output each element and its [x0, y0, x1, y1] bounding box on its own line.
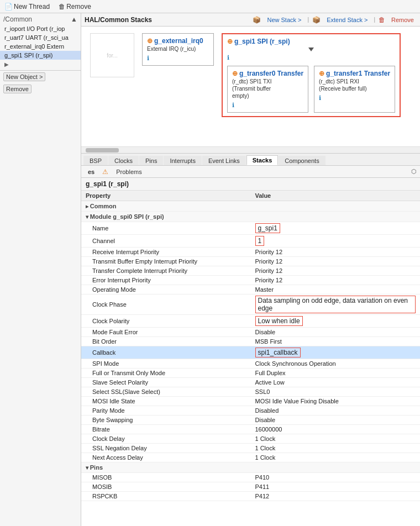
stack-node-ext-irq[interactable]: ⊕ g_external_irq0 External IRQ (r_icu) ℹ	[142, 33, 214, 66]
tab-stacks[interactable]: Stacks	[246, 155, 278, 165]
table-row[interactable]: Mode Fault ErrorDisable	[81, 328, 420, 337]
property-label: Byte Swapping	[81, 415, 251, 425]
new-object-button[interactable]: New Object >	[3, 72, 45, 81]
remove-stack-button[interactable]: Remove	[389, 16, 417, 24]
new-thread-button[interactable]: 📄 New Thread	[2, 2, 52, 11]
property-value[interactable]: Master	[251, 285, 421, 294]
property-value[interactable]: 1 Clock	[251, 434, 421, 444]
property-panel: Property Value CommonModule g_spi0 SPI (…	[81, 191, 420, 526]
table-row[interactable]: MOSI Idle StateMOSI Idle Value Fixing Di…	[81, 397, 420, 406]
console-tab-es[interactable]: es	[85, 168, 98, 176]
property-value[interactable]: Disable	[251, 328, 421, 337]
stack-node-spi1[interactable]: ⊕ g_spi1 SPI (r_spi) ℹ	[222, 33, 401, 117]
remove-stack-icon: 🗑	[379, 16, 385, 24]
property-label: Operating Mode	[81, 285, 251, 294]
property-value[interactable]: Data sampling on odd edge, data variatio…	[251, 294, 421, 315]
transfer1-info-icon[interactable]: ℹ	[319, 94, 321, 101]
transfer0-sub3: empty)	[232, 93, 303, 99]
property-value[interactable]: MSB First	[251, 337, 421, 346]
property-value[interactable]: g_spi1	[251, 222, 421, 235]
property-value[interactable]: Priority 12	[251, 276, 421, 285]
property-value[interactable]: P412	[251, 492, 421, 501]
table-row[interactable]: Transfer Complete Interrupt PriorityPrio…	[81, 266, 420, 276]
table-row[interactable]: Nameg_spi1	[81, 222, 420, 235]
bottom-panel: es ⚠ Problems ⬡ g_spi1 (r_spi) Property …	[81, 166, 420, 526]
remove-thread-button[interactable]: 🗑 Remove	[56, 2, 93, 11]
stack-node-transfer1[interactable]: ⊕ g_transfer1 Transfer (r_dtc) SPI1 RXI …	[314, 66, 395, 113]
table-row[interactable]: Next Access Delay1 Clock	[81, 453, 420, 462]
table-row[interactable]: Byte SwappingDisable	[81, 415, 420, 425]
highlighted-value: Data sampling on odd edge, data variatio…	[255, 296, 416, 313]
table-row[interactable]: Callbackspi1_callback	[81, 346, 420, 359]
property-value[interactable]: P411	[251, 482, 421, 492]
property-value[interactable]: P410	[251, 473, 421, 482]
property-value[interactable]: Clock Synchronous Operation	[251, 359, 421, 369]
table-row[interactable]: Channel1	[81, 235, 420, 248]
highlighted-value: Low when idle	[255, 316, 303, 326]
tab-event-links[interactable]: Event Links	[202, 156, 246, 165]
property-value[interactable]: MOSI Idle Value Fixing Disable	[251, 397, 421, 406]
property-label: Error Interrupt Priority	[81, 276, 251, 285]
property-value[interactable]: Full Duplex	[251, 369, 421, 378]
property-value[interactable]: Disable	[251, 415, 421, 425]
table-row[interactable]: Transmit Buffer Empty Interrupt Priority…	[81, 257, 420, 266]
tab-interrupts[interactable]: Interrupts	[164, 156, 201, 165]
property-label: Clock Delay	[81, 434, 251, 444]
property-value[interactable]: 16000000	[251, 425, 421, 434]
table-row[interactable]: Bit OrderMSB First	[81, 337, 420, 346]
property-value[interactable]: Priority 12	[251, 248, 421, 257]
sidebar-scroll-right[interactable]: ▶	[2, 61, 11, 68]
spi1-info-icon[interactable]: ℹ	[227, 54, 229, 61]
tabs-bar: BSP Clocks Pins Interrupts Event Links S…	[81, 154, 420, 166]
table-row[interactable]: Select SSL(Slave Select)SSL0	[81, 387, 420, 397]
property-value[interactable]: Priority 12	[251, 257, 421, 266]
property-value[interactable]: Priority 12	[251, 266, 421, 276]
property-value[interactable]: Active Low	[251, 378, 421, 387]
sidebar-item[interactable]: r_uart7 UART (r_sci_ua	[0, 33, 81, 42]
table-row[interactable]: MISOBP410	[81, 473, 420, 482]
table-row[interactable]: Clock Delay1 Clock	[81, 434, 420, 444]
table-row[interactable]: Full or Transmit Only ModeFull Duplex	[81, 369, 420, 378]
stack-node-transfer0[interactable]: ⊕ g_transfer0 Transfer (r_dtc) SPI1 TXI …	[227, 66, 308, 113]
table-row[interactable]: Parity ModeDisabled	[81, 406, 420, 415]
table-row[interactable]: SSL Negation Delay1 Clock	[81, 444, 420, 453]
extend-stack-button[interactable]: Extend Stack >	[324, 16, 370, 24]
col-property-header: Property	[81, 191, 251, 201]
table-row[interactable]: Bitrate16000000	[81, 425, 420, 434]
property-value[interactable]: 1 Clock	[251, 444, 421, 453]
expand-console-button[interactable]: ⬡	[411, 168, 417, 175]
property-value[interactable]: Low when idle	[251, 315, 421, 328]
remove-button[interactable]: Remove	[3, 85, 32, 93]
table-row[interactable]: Slave Select PolarityActive Low	[81, 378, 420, 387]
property-value[interactable]: SSL0	[251, 387, 421, 397]
property-label: RSPCKB	[81, 492, 251, 501]
sidebar-item[interactable]: r_external_irq0 Extern	[0, 42, 81, 51]
tab-bsp[interactable]: BSP	[83, 156, 108, 165]
table-row[interactable]: Receive Interrupt PriorityPriority 12	[81, 248, 420, 257]
tab-components[interactable]: Components	[279, 156, 325, 165]
table-row[interactable]: SPI ModeClock Synchronous Operation	[81, 359, 420, 369]
transfer0-info-icon[interactable]: ℹ	[232, 102, 234, 108]
table-row[interactable]: Clock PhaseData sampling on odd edge, da…	[81, 294, 420, 315]
stack-scroll-area[interactable]: for... ⊕ g_external_irq0 External IRQ (r…	[81, 27, 420, 153]
console-tab-problems[interactable]: Problems	[113, 168, 145, 176]
ext-irq-info-icon[interactable]: ℹ	[147, 55, 149, 61]
property-value[interactable]: Disabled	[251, 406, 421, 415]
sidebar-item-spi1[interactable]: g_spi1 SPI (r_spi)	[0, 51, 81, 60]
sidebar-item[interactable]: r_ioport I/O Port (r_iop	[0, 24, 81, 33]
table-row[interactable]: MOSIBP411	[81, 482, 420, 492]
faded-node: for...	[90, 33, 134, 77]
table-row[interactable]: RSPCKBP412	[81, 492, 420, 501]
table-row[interactable]: Operating ModeMaster	[81, 285, 420, 294]
property-value[interactable]: 1 Clock	[251, 453, 421, 462]
table-row[interactable]: Error Interrupt PriorityPriority 12	[81, 276, 420, 285]
property-value[interactable]: 1	[251, 235, 421, 248]
table-row[interactable]: Clock PolarityLow when idle	[81, 315, 420, 328]
horizontal-scrollbar[interactable]	[81, 146, 420, 153]
transfer1-sub: (r_dtc) SPI1 RXI	[319, 78, 390, 85]
new-stack-button[interactable]: New Stack >	[264, 16, 304, 24]
tab-clocks[interactable]: Clocks	[108, 156, 139, 165]
tab-pins[interactable]: Pins	[139, 156, 163, 165]
spi1-icon: ⊕	[227, 38, 233, 45]
property-value[interactable]: spi1_callback	[251, 346, 421, 359]
